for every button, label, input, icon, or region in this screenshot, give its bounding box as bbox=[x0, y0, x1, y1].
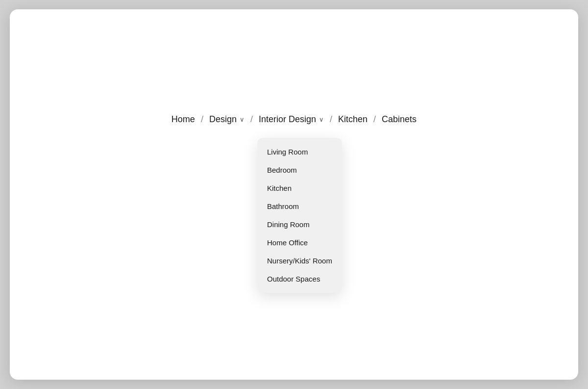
dropdown-item-home-office[interactable]: Home Office bbox=[257, 233, 342, 252]
design-label: Design bbox=[209, 114, 237, 125]
cabinets-label: Cabinets bbox=[382, 114, 416, 125]
kitchen-label: Kitchen bbox=[338, 114, 368, 125]
dropdown-item-dining-room[interactable]: Dining Room bbox=[257, 215, 342, 233]
breadcrumb-design[interactable]: Design ∨ bbox=[205, 112, 248, 127]
dropdown-item-outdoor[interactable]: Outdoor Spaces bbox=[257, 270, 342, 288]
design-chevron-icon: ∨ bbox=[240, 116, 245, 123]
breadcrumb-area: Home / Design ∨ / Interior Design ∨ / Ki… bbox=[10, 112, 578, 127]
breadcrumb-nav: Home / Design ∨ / Interior Design ∨ / Ki… bbox=[168, 112, 420, 127]
dropdown-item-nursery[interactable]: Nursery/Kids' Room bbox=[257, 252, 342, 270]
separator-2: / bbox=[248, 114, 255, 125]
dropdown-item-bathroom[interactable]: Bathroom bbox=[257, 197, 342, 215]
breadcrumb-interior-design[interactable]: Interior Design ∨ bbox=[255, 112, 328, 127]
dropdown-item-kitchen[interactable]: Kitchen bbox=[257, 179, 342, 197]
main-window: Home / Design ∨ / Interior Design ∨ / Ki… bbox=[10, 9, 578, 380]
interior-design-dropdown: Living Room Bedroom Kitchen Bathroom Din… bbox=[257, 138, 342, 293]
separator-1: / bbox=[199, 114, 205, 125]
dropdown-item-living-room[interactable]: Living Room bbox=[257, 143, 342, 161]
home-label: Home bbox=[172, 114, 195, 125]
separator-4: / bbox=[371, 114, 378, 125]
breadcrumb-cabinets[interactable]: Cabinets bbox=[378, 112, 420, 127]
breadcrumb-home[interactable]: Home bbox=[168, 112, 199, 127]
separator-3: / bbox=[328, 114, 334, 125]
interior-design-label: Interior Design bbox=[259, 114, 316, 125]
interior-design-chevron-icon: ∨ bbox=[319, 116, 324, 123]
dropdown-item-bedroom[interactable]: Bedroom bbox=[257, 161, 342, 179]
breadcrumb-kitchen[interactable]: Kitchen bbox=[334, 112, 371, 127]
